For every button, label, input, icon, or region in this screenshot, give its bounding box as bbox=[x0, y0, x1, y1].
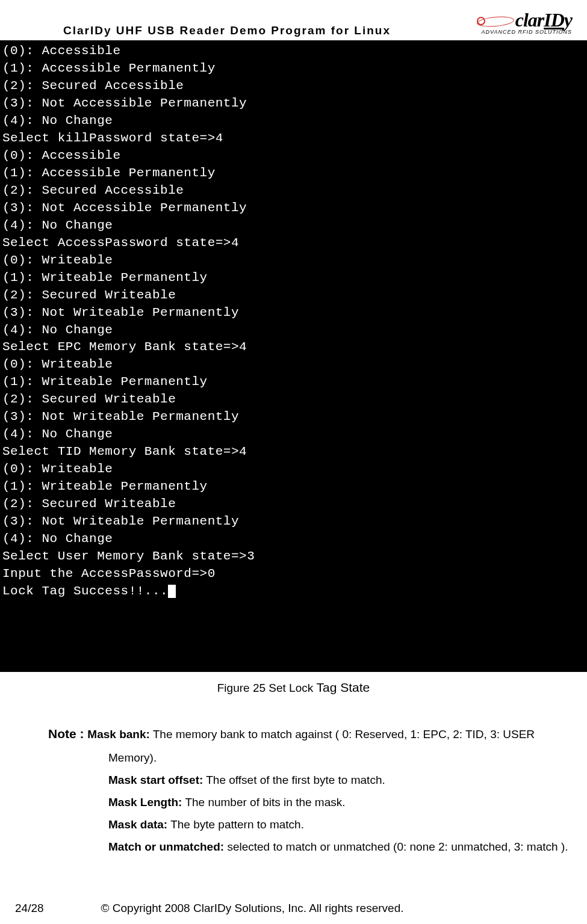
note-line-0: Note : Mask bank: The memory bank to mat… bbox=[48, 722, 572, 747]
terminal-output: (0): Accessible (1): Accessible Permanen… bbox=[0, 40, 587, 672]
note-line-1: Mask start offset: The offset of the fir… bbox=[48, 769, 572, 791]
note-line-3: Mask data: The byte pattern to match. bbox=[48, 813, 572, 836]
notes-section: Note : Mask bank: The memory bank to mat… bbox=[15, 722, 572, 858]
logo-swoosh-icon bbox=[477, 11, 513, 29]
note-line-4: Match or unmatched: selected to match or… bbox=[48, 836, 572, 858]
document-title: ClarIDy UHF USB Reader Demo Program for … bbox=[15, 24, 391, 37]
note-line-0-cont: Memory). bbox=[48, 747, 572, 769]
brand-logo: clarIDy ADVANCED RFID SOLUTIONS bbox=[477, 9, 572, 35]
logo-wordmark: clarIDy bbox=[515, 9, 572, 31]
logo-tagline: ADVANCED RFID SOLUTIONS bbox=[481, 29, 572, 35]
figure-caption: Figure 25 Set Lock Tag State bbox=[15, 680, 572, 695]
note-line-2: Mask Length: The number of bits in the m… bbox=[48, 791, 572, 813]
page-number: 24/28 bbox=[15, 902, 44, 915]
terminal-cursor-icon bbox=[168, 585, 176, 598]
copyright-text: © Copyright 2008 ClarIDy Solutions, Inc.… bbox=[101, 902, 404, 915]
